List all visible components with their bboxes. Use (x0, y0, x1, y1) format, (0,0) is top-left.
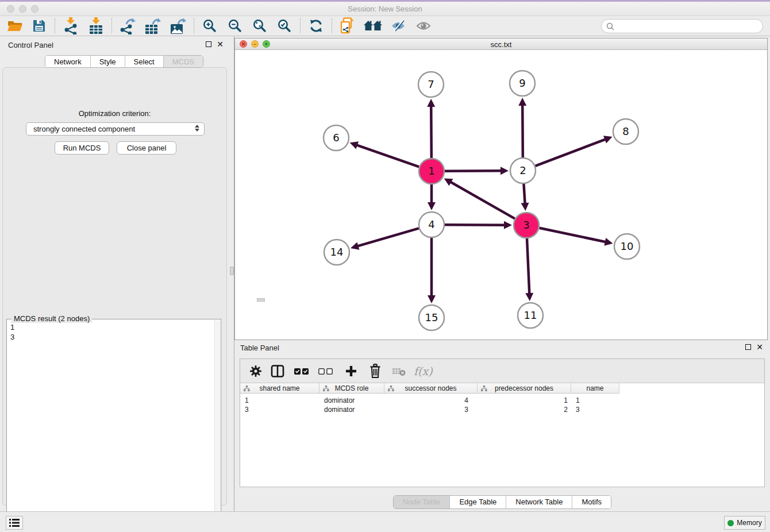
tab-style[interactable]: Style (90, 56, 125, 67)
split-view-icon[interactable] (268, 361, 287, 381)
tab-node-table[interactable]: Node Table (394, 496, 450, 508)
cell-predecessor-nodes[interactable]: 2 (478, 405, 571, 414)
refresh-icon[interactable] (306, 17, 326, 34)
toolbar-separator (194, 18, 194, 33)
graph-edge-arrow (504, 221, 512, 229)
tab-network[interactable]: Network (45, 56, 90, 67)
graph-node-label-15: 15 (425, 311, 438, 323)
graph-edge-1-7[interactable] (431, 105, 432, 158)
graph-edge-4-14[interactable] (357, 228, 419, 246)
close-panel-icon[interactable]: ✕ (217, 41, 224, 48)
memory-button[interactable]: Memory (724, 516, 765, 530)
column-header-MCDS-role[interactable]: MCDS role (319, 383, 384, 394)
status-bar: Memory (0, 511, 770, 532)
tab-mcds[interactable]: MCDS (163, 56, 203, 67)
namespace-icon (388, 385, 394, 391)
graph-edge-3-11[interactable] (527, 238, 529, 295)
cell-successor-nodes[interactable]: 3 (384, 405, 478, 414)
cell-predecessor-nodes[interactable]: 1 (478, 396, 571, 405)
column-header-successor-nodes[interactable]: successor nodes (384, 383, 478, 394)
select-all-checkboxes-icon[interactable] (292, 361, 311, 381)
graph-edge-arrow (525, 293, 533, 301)
function-builder-icon[interactable]: f(x) (414, 365, 433, 377)
delete-column-trash-icon[interactable] (365, 361, 385, 381)
duplicate-network-icon[interactable] (337, 17, 358, 34)
graph-edge-3-10[interactable] (540, 228, 607, 242)
zoom-selected-icon[interactable] (274, 17, 295, 34)
show-all-eye-icon[interactable] (413, 17, 434, 34)
cell-shared-name[interactable]: 3 (240, 405, 319, 414)
graph-edge-2-9[interactable] (522, 104, 523, 157)
table-settings-gear-icon[interactable] (246, 361, 265, 381)
graph-edge-arrow (351, 242, 359, 249)
tab-network-table[interactable]: Network Table (506, 496, 572, 508)
mcds-result-text[interactable]: 1 3 (10, 322, 213, 530)
graph-edge-4-3[interactable] (445, 225, 506, 225)
search-field[interactable] (601, 19, 763, 33)
column-header-predecessor-nodes[interactable]: predecessor nodes (478, 383, 571, 394)
task-history-button[interactable] (6, 516, 23, 530)
tab-motifs[interactable]: Motifs (572, 496, 611, 508)
delete-table-icon[interactable] (390, 361, 409, 381)
cell-name[interactable]: 3 (571, 405, 619, 414)
main-toolbar (0, 16, 770, 36)
close-panel-button[interactable]: Close panel (117, 141, 176, 155)
import-network-icon[interactable] (60, 17, 81, 34)
network-window-titlebar[interactable]: ✕ − + scc.txt (235, 38, 767, 50)
cell-successor-nodes[interactable]: 4 (384, 396, 478, 405)
graph-edge-2-3[interactable] (523, 184, 525, 205)
export-network-icon[interactable] (117, 17, 138, 34)
tab-edge-table[interactable]: Edge Table (449, 496, 506, 508)
graph-edge-arrow (500, 167, 509, 175)
export-table-icon[interactable] (143, 17, 163, 34)
result-scrollbar[interactable] (214, 320, 220, 530)
graph-edge-1-2[interactable] (445, 171, 502, 171)
save-session-icon[interactable] (29, 17, 49, 34)
network-window-title: scc.txt (235, 40, 767, 49)
cell-MCDS-role[interactable]: dominator (319, 396, 384, 405)
column-header-name[interactable]: name (571, 383, 619, 394)
export-image-icon[interactable] (168, 17, 188, 34)
run-mcds-button[interactable]: Run MCDS (55, 141, 109, 155)
namespace-icon (323, 385, 329, 391)
tab-select[interactable]: Select (125, 56, 163, 67)
deselect-all-checkboxes-icon[interactable] (316, 361, 336, 381)
zoom-out-icon[interactable] (225, 17, 245, 34)
criterion-dropdown[interactable]: strongly connected component (26, 122, 205, 136)
hide-selected-eye-icon[interactable] (388, 17, 409, 34)
graph-node-label-8: 8 (622, 125, 629, 137)
search-input[interactable] (617, 22, 763, 30)
zoom-fit-icon[interactable] (249, 17, 270, 34)
table-panel-title: Table Panel (240, 344, 279, 352)
horizontal-splitter-handle[interactable] (257, 298, 265, 302)
network-canvas[interactable]: 7968124314101511 (235, 50, 767, 340)
open-session-icon[interactable] (5, 17, 25, 34)
window-title: Session: New Session (0, 5, 770, 13)
graph-node-label-6: 6 (333, 132, 339, 144)
float-table-panel-icon[interactable] (745, 344, 751, 350)
graph-edge-1-6[interactable] (356, 145, 419, 167)
import-table-icon[interactable] (86, 17, 106, 34)
table-row-1[interactable]: 1dominator411 (240, 396, 619, 405)
vertical-splitter[interactable] (229, 36, 234, 511)
list-icon (9, 519, 20, 527)
table-row-3[interactable]: 3dominator323 (240, 405, 619, 414)
float-panel-icon[interactable] (206, 41, 211, 47)
splitter-handle[interactable] (230, 267, 234, 275)
toolbar-separator (111, 18, 112, 33)
close-table-panel-icon[interactable]: ✕ (756, 344, 763, 350)
namespace-icon (481, 385, 487, 391)
cell-name[interactable]: 1 (571, 396, 619, 405)
column-header-shared-name[interactable]: shared name (240, 383, 319, 394)
cell-shared-name[interactable]: 1 (240, 396, 319, 405)
zoom-in-icon[interactable] (199, 17, 220, 34)
graph-edge-arrow (521, 203, 529, 211)
cell-MCDS-role[interactable]: dominator (319, 405, 384, 414)
home-icon[interactable] (363, 17, 383, 34)
table-tabs-bar: Node Table Edge Table Network Table Moti… (234, 495, 770, 509)
add-column-plus-icon[interactable] (341, 361, 361, 381)
mcds-panel: Optimization criterion: strongly connect… (2, 67, 227, 506)
graph-edge-2-8[interactable] (536, 139, 607, 166)
application-window: Session: New Session (0, 0, 770, 532)
graph-edge-3-1[interactable] (449, 182, 515, 219)
